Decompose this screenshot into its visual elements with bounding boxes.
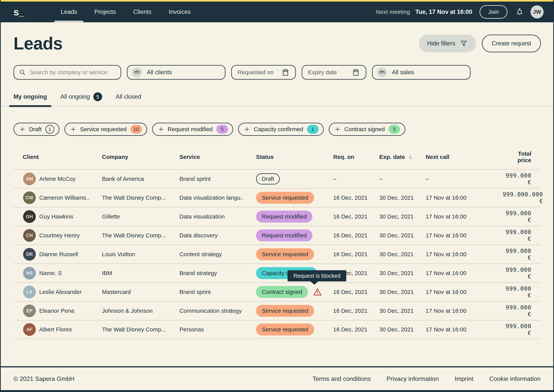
chip-count-badge: 1 [307, 125, 319, 134]
col-header-status[interactable]: Status [256, 154, 333, 160]
exp-date-cell: 30 Dec, 2021 [379, 251, 426, 258]
search-field[interactable] [14, 65, 121, 80]
nav-item-leads[interactable]: Leads [60, 1, 78, 22]
table-row[interactable]: LA Leslie Alexander Mastercard Brand spr… [14, 282, 540, 301]
exp-date-cell: 30 Dec, 2021 [379, 232, 426, 239]
table-row[interactable]: CH Courtney Henry The Walt Disney Comp..… [14, 226, 540, 245]
chip-draft[interactable]: Draft1 [14, 123, 59, 136]
req-on-cell: 16 Dec, 2021 [333, 195, 379, 201]
col-header-client[interactable]: Client [14, 154, 102, 160]
chip-label: Contract signed [344, 126, 385, 133]
req-on-cell: 16 Dec, 2021 [333, 308, 379, 314]
sort-descending-icon[interactable] [408, 154, 413, 160]
all-clients-filter[interactable]: All clients [127, 65, 225, 80]
status-cell: Service requested [256, 305, 333, 317]
footer-link-terms-and-conditions[interactable]: Terms and conditions [313, 375, 371, 382]
client-avatar: AM [23, 173, 36, 185]
table-row[interactable]: AF Albert Flores The Walt Disney Comp...… [14, 320, 540, 339]
search-input[interactable] [30, 69, 116, 76]
client-name: Leslie Alexander [39, 289, 82, 295]
nav-item-invoices[interactable]: Invoices [168, 1, 192, 22]
table-row[interactable]: GH Guy Hawkins Gillette Data visualizati… [14, 207, 540, 226]
status-filter-chips: Draft1Service requested10Request modifie… [14, 123, 540, 136]
footer: © 2021 Sapera GmbH Terms and conditionsP… [1, 366, 553, 390]
next-meeting-label: Next meeting [376, 9, 410, 15]
table-row[interactable]: DR Dianne Russell Louis Vuitton Content … [14, 245, 540, 264]
col-header-exp-date[interactable]: Exp. date [379, 154, 426, 160]
page-title: Leads [14, 34, 63, 54]
status-cell: Request modified [256, 230, 333, 241]
chip-label: Draft [29, 126, 42, 133]
col-header-next-call[interactable]: Next call [426, 154, 503, 160]
chip-capacity-confirmed[interactable]: Capacity confirmed1 [238, 123, 324, 136]
table-row[interactable]: AM Arlene McCoy Bank of America Brand sp… [14, 169, 540, 188]
req-on-cell: 16 Dec, 2021 [333, 232, 379, 239]
nav-item-projects[interactable]: Projects [93, 1, 117, 22]
hide-filters-label: Hide filters [427, 40, 455, 47]
filters-row: All clients Requested on Expiry date All… [14, 65, 540, 80]
hide-filters-button[interactable]: Hide filters [419, 35, 476, 52]
title-row: Leads Hide filters Create request [14, 34, 541, 53]
col-header-service[interactable]: Service [179, 154, 256, 160]
status-cell: Service requested [256, 192, 333, 204]
footer-link-imprint[interactable]: Imprint [455, 375, 473, 382]
create-request-button[interactable]: Create request [482, 35, 541, 52]
client-name: Name. S [39, 270, 62, 276]
company-cell: The Walt Disney Comp... [102, 195, 179, 201]
client-cell: CW Cameron Williams.. [14, 191, 102, 204]
status-cell: Service requested [256, 248, 333, 260]
req-on-cell: 16 Dec, 2021 [333, 251, 379, 258]
chip-contract-signed[interactable]: Contract signed5 [329, 123, 405, 136]
company-cell: Johnson & Johnson [102, 308, 179, 314]
tab-count-badge: 5 [93, 92, 102, 101]
top-nav-bar: s_ LeadsProjectsClientsInvoices Next mee… [1, 1, 553, 22]
col-header-req-on[interactable]: Req. on [333, 154, 379, 160]
plus-icon [19, 126, 25, 132]
user-avatar[interactable]: JW [531, 5, 544, 18]
next-call-cell: 17 Nov at 16:00 [426, 308, 503, 314]
exp-date-cell: 30 Dec, 2021 [379, 270, 426, 276]
chip-label: Service requested [80, 126, 126, 133]
client-name: Arlene McCoy [39, 176, 75, 182]
clients-users-icon [132, 67, 142, 77]
company-cell: Gillette [102, 213, 179, 220]
tab-all-closed[interactable]: All closed [116, 92, 141, 106]
footer-link-privacy-information[interactable]: Privacy information [386, 375, 439, 382]
notifications-bell-icon[interactable] [515, 7, 524, 16]
join-meeting-button[interactable]: Join [480, 5, 507, 19]
expiry-date-filter[interactable]: Expiry date [302, 65, 366, 80]
tab-all-ongoing[interactable]: All ongoing5 [60, 92, 102, 106]
client-cell: DR Dianne Russell [14, 248, 102, 261]
col-header-company[interactable]: Company [102, 154, 179, 160]
status-cell: Draft [256, 173, 333, 184]
service-cell: Communication strategy [179, 308, 256, 314]
bottom-strip [1, 390, 553, 392]
total-price-cell: 999.000 € [503, 323, 540, 336]
total-price-cell: 999.000 € [503, 172, 540, 186]
company-cell: Mastercard [102, 289, 179, 295]
footer-link-cookie-information[interactable]: Cookie information [489, 375, 540, 382]
requested-on-label: Requested on [238, 69, 273, 76]
service-cell: Data discovery [179, 232, 256, 239]
funnel-icon [460, 40, 468, 47]
all-sales-filter[interactable]: All sales [372, 65, 470, 80]
company-cell: IBM [102, 270, 179, 276]
table-row[interactable]: EP Eleanor Pena Johnson & Johnson Commun… [14, 301, 540, 320]
calendar-icon [281, 68, 289, 76]
chip-service-requested[interactable]: Service requested10 [64, 123, 147, 136]
company-cell: The Walt Disney Comp... [102, 326, 179, 333]
tab-my-ongoing[interactable]: My ongoing [14, 92, 47, 106]
status-badge: Service requested [256, 192, 314, 204]
col-header-total-price[interactable]: Total price [503, 150, 540, 163]
service-cell: Data visualization langu.. [179, 195, 256, 201]
total-price-cell: 999.000 € [503, 285, 540, 299]
chip-count-badge: 5 [216, 125, 228, 134]
next-call-cell: 17 Nov at 16:00 [426, 195, 503, 201]
requested-on-filter[interactable]: Requested on [231, 65, 296, 80]
chip-label: Capacity confirmed [254, 126, 303, 133]
table-row[interactable]: CW Cameron Williams.. The Walt Disney Co… [14, 188, 540, 207]
chip-request-modified[interactable]: Request modified5 [152, 123, 233, 136]
nav-item-clients[interactable]: Clients [132, 1, 153, 22]
table-row[interactable]: NS Name. S IBM Brand strategy Capacity c… [14, 264, 540, 282]
warning-triangle-icon[interactable] [313, 287, 322, 297]
